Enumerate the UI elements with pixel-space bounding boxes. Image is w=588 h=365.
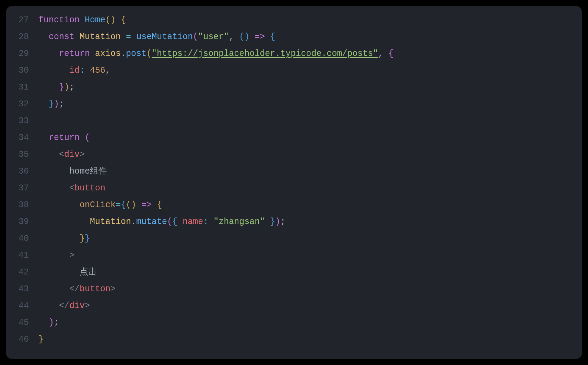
code-token: =	[116, 200, 121, 210]
code-token	[131, 32, 136, 42]
code-line[interactable]: 33	[6, 113, 582, 129]
code-line[interactable]: 29 return axios.post("https://jsonplaceh…	[6, 45, 582, 62]
code-token: (	[85, 133, 90, 143]
code-line[interactable]: 45 );	[6, 314, 582, 331]
code-token: .	[131, 217, 136, 227]
code-content[interactable]: home组件	[38, 163, 582, 180]
code-token	[38, 82, 59, 92]
code-content[interactable]: Mutation.mutate({ name: "zhangsan" });	[38, 213, 582, 230]
code-line[interactable]: 41 >	[6, 247, 582, 264]
code-line[interactable]: 46}	[6, 331, 582, 348]
code-token: post	[126, 49, 146, 59]
code-token: onClick	[80, 200, 116, 210]
code-token: ()	[239, 32, 249, 42]
code-line[interactable]: 42 点击	[6, 264, 582, 281]
code-line[interactable]: 35 <div>	[6, 146, 582, 163]
code-token	[265, 32, 270, 42]
code-content[interactable]: });	[38, 79, 582, 96]
code-token: mutate	[136, 217, 167, 227]
code-token: home组件	[69, 166, 107, 176]
code-token: )	[49, 318, 54, 328]
line-number: 32	[6, 96, 38, 113]
code-content[interactable]: >	[38, 247, 582, 264]
code-line[interactable]: 36 home组件	[6, 163, 582, 180]
code-token: >	[69, 250, 74, 260]
code-content[interactable]: </button>	[38, 281, 582, 297]
code-token	[38, 49, 59, 59]
code-token: }	[270, 217, 275, 227]
code-content[interactable]: });	[38, 96, 582, 113]
code-content[interactable]: </div>	[38, 297, 582, 314]
code-token: }	[38, 334, 44, 344]
code-content[interactable]: onClick={() => {	[38, 197, 582, 213]
code-line[interactable]: 30 id: 456,	[6, 62, 582, 79]
code-token	[90, 49, 95, 59]
code-line[interactable]: 40 }}	[6, 230, 582, 247]
code-line[interactable]: 39 Mutation.mutate({ name: "zhangsan" })…	[6, 213, 582, 230]
line-number: 43	[6, 281, 38, 297]
code-token: :	[203, 217, 208, 227]
code-token: </	[69, 284, 80, 294]
code-token: name	[183, 217, 203, 227]
code-token	[152, 200, 157, 210]
code-content[interactable]: id: 456,	[38, 62, 582, 79]
code-token: useMutation	[136, 32, 193, 42]
code-token: =	[126, 32, 131, 42]
code-token	[80, 133, 85, 143]
line-number: 41	[6, 247, 38, 264]
code-token	[38, 32, 49, 42]
code-content[interactable]: }	[38, 331, 582, 348]
code-content[interactable]: <div>	[38, 146, 582, 163]
code-line[interactable]: 38 onClick={() => {	[6, 197, 582, 213]
code-line[interactable]: 44 </div>	[6, 297, 582, 314]
line-number: 29	[6, 45, 38, 62]
code-token	[177, 217, 183, 227]
code-token: >	[110, 284, 116, 294]
code-area[interactable]: 27function Home() {28 const Mutation = u…	[6, 12, 582, 355]
code-line[interactable]: 37 <button	[6, 180, 582, 197]
code-content[interactable]: function Home() {	[38, 12, 582, 28]
code-token	[121, 32, 126, 42]
code-token	[208, 217, 213, 227]
code-token: >	[80, 150, 85, 160]
code-token: {	[388, 49, 393, 59]
code-token: =>	[255, 32, 265, 42]
code-token: id	[69, 66, 80, 75]
code-line[interactable]: 43 </button>	[6, 281, 582, 297]
code-token: }	[80, 234, 85, 244]
code-token: ;	[69, 82, 74, 92]
code-token: {	[121, 15, 126, 25]
code-token	[249, 32, 255, 42]
code-content[interactable]: );	[38, 314, 582, 331]
code-token: Mutation	[80, 32, 121, 42]
line-number: 38	[6, 197, 38, 213]
code-token	[38, 166, 69, 176]
code-line[interactable]: 27function Home() {	[6, 12, 582, 28]
code-token: }	[49, 99, 54, 109]
code-line[interactable]: 32 });	[6, 96, 582, 113]
code-line[interactable]: 34 return (	[6, 129, 582, 146]
code-token: 456	[90, 66, 105, 75]
code-content[interactable]: const Mutation = useMutation("user", () …	[38, 28, 582, 45]
code-token	[85, 66, 90, 75]
code-content[interactable]: 点击	[38, 264, 582, 281]
code-line[interactable]: 28 const Mutation = useMutation("user", …	[6, 28, 582, 45]
code-token: button	[80, 284, 110, 294]
code-content[interactable]: <button	[38, 180, 582, 197]
code-token: "https://jsonplaceholder.typicode.com/po…	[152, 49, 378, 59]
code-line[interactable]: 31 });	[6, 79, 582, 96]
code-token	[38, 150, 59, 160]
code-token: }	[59, 82, 64, 92]
code-content[interactable]: }}	[38, 230, 582, 247]
line-number: 33	[6, 113, 38, 129]
code-token	[136, 200, 141, 210]
code-content[interactable]: return axios.post("https://jsonplacehold…	[38, 45, 582, 62]
line-number: 46	[6, 331, 38, 348]
code-token: =>	[141, 200, 152, 210]
code-token: )	[275, 217, 280, 227]
code-token	[38, 284, 69, 294]
line-number: 37	[6, 180, 38, 197]
code-token	[265, 217, 270, 227]
code-content[interactable]: return (	[38, 129, 582, 146]
code-token: "user"	[198, 32, 229, 42]
